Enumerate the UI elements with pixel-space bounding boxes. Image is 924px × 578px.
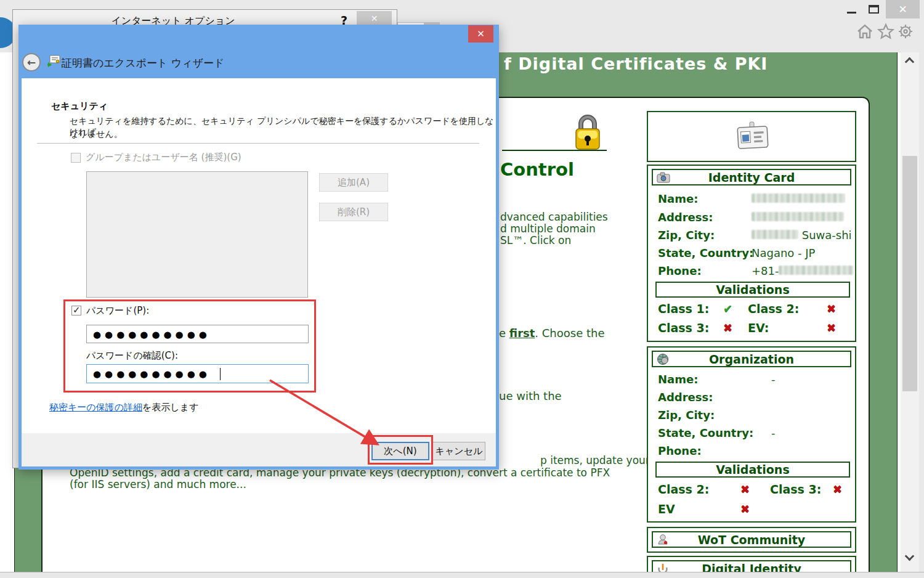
scroll-up-arrow[interactable]: [905, 57, 915, 67]
organization-panel: Organization Name: - Address: Zip, City:…: [647, 346, 856, 523]
cross-icon: ✖: [833, 482, 842, 495]
info-row: Name:: [648, 192, 857, 206]
validation-label: EV:: [748, 321, 769, 335]
validation-label: Class 2:: [658, 482, 709, 496]
text: e: [499, 327, 509, 340]
text: +81-: [752, 264, 779, 277]
panel-title: Organization: [709, 352, 794, 366]
row-label: Address:: [658, 211, 713, 224]
row-label: Zip, City:: [658, 229, 715, 242]
private-key-details-link[interactable]: 秘密キーの保護の詳細: [49, 402, 142, 413]
scroll-down-arrow[interactable]: [905, 552, 915, 561]
security-description: セキュリティを維持するために、セキュリティ プリンシパルで秘密キーを保護するかパ…: [70, 116, 499, 138]
text: Suwa-shi: [802, 229, 852, 242]
padlock-icon: [573, 113, 602, 153]
cross-icon: ✖: [740, 502, 750, 515]
paragraph-fragment: e first. Choose the: [499, 327, 605, 340]
info-row: State, Country: Nagano - JP: [648, 246, 857, 260]
certificate-export-wizard-dialog: ✕ ← 証明書のエクスポート ウィザード セキュリティ セキュリティを維持するた…: [18, 25, 499, 470]
info-row: Address:: [648, 391, 857, 404]
favorites-star-icon[interactable]: [877, 22, 895, 41]
cross-icon: ✖: [740, 482, 750, 495]
panel-title: WoT Community: [698, 533, 806, 547]
settings-gear-icon[interactable]: [896, 22, 915, 41]
cancel-button[interactable]: キャンセル: [432, 442, 485, 460]
row-label: Phone:: [658, 444, 702, 457]
screen: ✕ f Digital Certificates & PKI Control d…: [0, 0, 924, 578]
paragraph-fragment: p items, update your: [540, 454, 650, 466]
wizard-title: 証明書のエクスポート ウィザード: [62, 56, 224, 70]
maximize-icon: [869, 5, 879, 14]
section-divider: [502, 150, 607, 151]
row-value: Suwa-shi: [752, 229, 852, 242]
security-description: なりません。: [70, 129, 123, 140]
identity-icon-panel: [647, 111, 856, 162]
row-value: +81-: [752, 264, 854, 277]
paragraph-line: (for IIS servers) and much more...: [70, 478, 246, 490]
wot-community-header: WoT Community: [652, 531, 851, 548]
row-label: Name:: [658, 192, 698, 205]
redacted-value: [752, 211, 844, 224]
cross-icon: ✖: [827, 302, 836, 315]
globe-icon: [657, 353, 669, 368]
wizard-close-button[interactable]: ✕: [468, 25, 493, 43]
validation-row: Class 3: ✖ EV: ✖: [648, 321, 857, 336]
info-row: Phone:: [648, 444, 857, 458]
group-usernames-listbox: [86, 171, 308, 298]
home-icon[interactable]: [856, 22, 874, 41]
vertical-scrollbar[interactable]: [901, 52, 919, 572]
cross-icon: ✖: [723, 321, 732, 334]
next-button-annotation-box: [368, 435, 433, 465]
add-button: 追加(A): [319, 173, 388, 192]
window-close-button[interactable]: ✕: [886, 0, 920, 18]
security-section-heading: セキュリティ: [51, 100, 108, 112]
first-link[interactable]: first: [509, 327, 535, 340]
remove-button: 削除(R): [319, 203, 388, 221]
validations-header: Validations: [655, 282, 850, 298]
divider: [37, 143, 479, 144]
text: を表示します: [142, 402, 198, 413]
page-heading: Control: [500, 159, 574, 180]
validation-label: Class 2:: [748, 302, 799, 315]
validation-label: Class 3:: [770, 482, 821, 496]
validation-row: EV ✖: [648, 502, 857, 517]
group-usernames-checkbox: [71, 153, 81, 163]
row-label: Name:: [658, 373, 698, 386]
row-label: State, Country:: [658, 426, 753, 439]
validation-row: Class 2: ✖ Class 3: ✖: [648, 482, 857, 497]
certificate-export-icon: [47, 55, 60, 70]
info-row: Zip, City:: [648, 409, 857, 422]
validation-label: Class 3:: [658, 321, 709, 335]
status-bar: [0, 572, 924, 578]
wizard-back-button[interactable]: ←: [22, 53, 41, 71]
identity-card-header: Identity Card: [652, 169, 851, 185]
cross-icon: ✖: [827, 321, 836, 334]
panel-title: Identity Card: [708, 171, 795, 184]
camera-icon: [657, 171, 670, 186]
minimize-icon: [847, 12, 856, 14]
row-label: Phone:: [658, 264, 702, 277]
info-row: Address:: [648, 211, 857, 224]
paragraph-fragment: d multiple domain: [500, 222, 596, 235]
validation-label: EV: [658, 502, 675, 516]
info-row: Name: -: [648, 373, 857, 386]
redacted-value: [752, 192, 845, 205]
paragraph-fragment: SL™. Click on: [500, 234, 571, 246]
validation-row: Class 1: ✔ Class 2: ✖: [648, 302, 857, 317]
text: . Choose the: [535, 327, 604, 340]
info-row: Zip, City: Suwa-shi: [648, 229, 857, 242]
validations-header: Validations: [655, 462, 850, 478]
row-label: Zip, City:: [658, 409, 715, 421]
row-value: -: [771, 426, 776, 439]
minimize-button[interactable]: [841, 0, 862, 18]
password-annotation-box: [63, 299, 316, 393]
organization-header: Organization: [652, 351, 851, 367]
paragraph-fragment: ue with the: [499, 389, 562, 402]
person-icon: [657, 534, 669, 549]
identity-card-panel: Identity Card Name: Address: Zip, City: …: [647, 165, 856, 342]
row-label: Address:: [658, 391, 713, 404]
row-value: -: [771, 373, 776, 386]
scrollbar-thumb[interactable]: [902, 156, 917, 391]
info-row: State, Country: -: [648, 426, 857, 440]
maximize-button[interactable]: [864, 0, 885, 18]
